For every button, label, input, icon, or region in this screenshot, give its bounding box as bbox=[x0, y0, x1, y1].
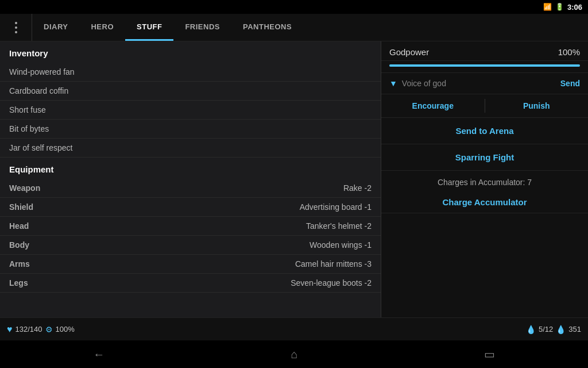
wifi-icon: 📶 bbox=[543, 3, 552, 11]
list-item: Bit of bytes bbox=[0, 120, 381, 139]
back-button[interactable]: ← bbox=[93, 348, 105, 361]
equipment-row-legs: Legs Seven-league boots -2 bbox=[0, 274, 381, 293]
nav-tabs: DIARY HERO STUFF FRIENDS PANTHEONS bbox=[32, 14, 588, 41]
body-value: Wooden wings -1 bbox=[310, 240, 372, 250]
list-item: Short fuse bbox=[0, 101, 381, 120]
voice-of-god-label: Voice of god bbox=[402, 79, 556, 88]
item-name: Short fuse bbox=[9, 105, 46, 114]
legs-label: Legs bbox=[9, 278, 28, 288]
equipment-row-head: Head Tanker's helmet -2 bbox=[0, 217, 381, 236]
tab-diary[interactable]: DIARY bbox=[32, 14, 79, 41]
item-name: Cardboard coffin bbox=[9, 86, 68, 95]
inventory-panel: Inventory Wind-powered fan Cardboard cof… bbox=[0, 41, 381, 317]
encourage-button[interactable]: Encourage bbox=[381, 94, 485, 117]
equipment-row-body: Body Wooden wings -1 bbox=[0, 236, 381, 255]
recent-button[interactable]: ▭ bbox=[484, 347, 495, 361]
gold-value: 351 bbox=[568, 325, 581, 334]
godpower-value: 100% bbox=[558, 47, 580, 57]
godpower-bar-container bbox=[381, 61, 588, 73]
item-name: Wind-powered fan bbox=[9, 67, 75, 76]
body-label: Body bbox=[9, 240, 29, 250]
send-to-arena-button[interactable]: Send to Arena bbox=[381, 118, 588, 144]
charges-section: Charges in Accumulator: 7 bbox=[381, 171, 588, 191]
weapon-label: Weapon bbox=[9, 183, 40, 193]
charges-text: Charges in Accumulator: 7 bbox=[389, 178, 580, 187]
head-value: Tanker's helmet -2 bbox=[306, 221, 372, 231]
godpower-panel: Godpower 100% ▼ Voice of god Send Encour… bbox=[381, 41, 588, 317]
legs-value: Seven-league boots -2 bbox=[291, 278, 372, 288]
tab-stuff[interactable]: STUFF bbox=[125, 14, 173, 41]
main-content: Inventory Wind-powered fan Cardboard cof… bbox=[0, 41, 588, 317]
weapon-value: Rake -2 bbox=[343, 183, 372, 193]
arms-label: Arms bbox=[9, 259, 30, 269]
list-item: Cardboard coffin bbox=[0, 82, 381, 101]
shield-value: Advertising board -1 bbox=[300, 202, 372, 212]
inventory-header: Inventory bbox=[0, 41, 381, 63]
encourage-punish-row: Encourage Punish bbox=[381, 94, 588, 118]
godpower-header: Godpower 100% bbox=[381, 41, 588, 61]
tab-pantheons[interactable]: PANTHEONS bbox=[231, 14, 303, 41]
gold-icon: 💧 bbox=[556, 325, 566, 334]
home-button[interactable]: ⌂ bbox=[291, 348, 297, 361]
voice-of-god-row: ▼ Voice of god Send bbox=[381, 73, 588, 94]
resources-group: 💧 5/12 💧 351 bbox=[526, 325, 581, 334]
battery-icon: 🔋 bbox=[555, 3, 564, 11]
status-bar: 📶 🔋 3:06 bbox=[0, 0, 588, 14]
equipment-row-arms: Arms Camel hair mittens -3 bbox=[0, 255, 381, 274]
item-name: Bit of bytes bbox=[9, 124, 49, 133]
equipment-row-shield: Shield Advertising board -1 bbox=[0, 198, 381, 217]
arms-value: Camel hair mittens -3 bbox=[295, 259, 372, 269]
tab-friends[interactable]: FRIENDS bbox=[173, 14, 231, 41]
equipment-header: Equipment bbox=[0, 158, 381, 179]
heart-icon: ♥ bbox=[7, 324, 13, 335]
health-group: ♥ 132/140 ⚙ 100% bbox=[7, 324, 75, 335]
chevron-down-icon[interactable]: ▼ bbox=[389, 79, 397, 88]
item-name: Jar of self respect bbox=[9, 143, 73, 152]
punish-button[interactable]: Punish bbox=[485, 94, 589, 117]
drops-value: 5/12 bbox=[539, 325, 553, 334]
godpower-bar-fill bbox=[389, 64, 580, 67]
shield-label: Shield bbox=[9, 202, 33, 212]
power-value: 100% bbox=[56, 325, 75, 334]
health-value: 132/140 bbox=[16, 325, 42, 334]
top-nav: DIARY HERO STUFF FRIENDS PANTHEONS bbox=[0, 14, 588, 41]
tab-hero[interactable]: HERO bbox=[79, 14, 125, 41]
list-item: Jar of self respect bbox=[0, 139, 381, 158]
android-nav: ← ⌂ ▭ bbox=[0, 340, 588, 368]
list-item: Wind-powered fan bbox=[0, 63, 381, 82]
equipment-row-weapon: Weapon Rake -2 bbox=[0, 179, 381, 198]
drop-icon: 💧 bbox=[526, 325, 536, 334]
bottom-status-bar: ♥ 132/140 ⚙ 100% 💧 5/12 💧 351 bbox=[0, 317, 588, 340]
gear-icon: ⚙ bbox=[45, 325, 53, 334]
menu-icon[interactable] bbox=[0, 14, 32, 41]
sparring-fight-button[interactable]: Sparring Fight bbox=[381, 144, 588, 171]
status-time: 3:06 bbox=[567, 3, 582, 12]
send-button[interactable]: Send bbox=[560, 79, 580, 88]
godpower-label: Godpower bbox=[389, 47, 429, 57]
godpower-bar bbox=[389, 64, 580, 67]
head-label: Head bbox=[9, 221, 29, 231]
charge-accumulator-button[interactable]: Charge Accumulator bbox=[381, 191, 588, 213]
